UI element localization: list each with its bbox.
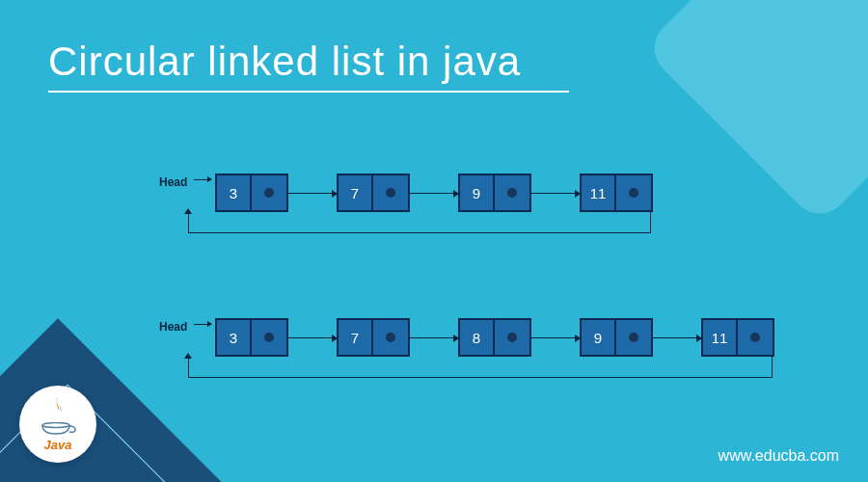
arrow-icon [288,337,337,338]
node-value: 9 [460,175,495,210]
node-value: 7 [339,175,373,210]
node: 7 [337,174,410,212]
node-pointer [616,320,651,355]
node-pointer [252,175,286,210]
node-value: 3 [217,320,252,355]
java-cup-icon [39,422,77,436]
node: 3 [215,318,288,357]
arrow-icon [410,337,458,338]
head-label: Head [159,175,187,189]
node: 11 [580,174,653,212]
site-url: www.educba.com [719,447,839,465]
arrow-icon [410,193,458,194]
pointer-dot-icon [386,188,395,198]
head-label: Head [159,320,187,334]
node-value: 7 [339,320,373,355]
java-logo: Java [19,386,96,463]
linked-list-2: Head 3 7 8 9 11 [159,318,834,395]
pointer-dot-icon [507,333,517,342]
pointer-dot-icon [629,188,638,198]
diagram-area: Head 3 7 9 11 Head [159,174,834,463]
pointer-dot-icon [750,333,760,342]
node: 11 [701,318,774,357]
arrow-icon [531,337,580,338]
arrow-icon [288,193,337,194]
node-pointer [252,320,286,355]
node-value: 11 [582,175,616,210]
pointer-dot-icon [629,333,638,342]
node: 8 [458,318,531,357]
linked-list-1: Head 3 7 9 11 [159,174,834,251]
title-underline [48,91,569,93]
node: 9 [580,318,653,357]
node-pointer [616,175,651,210]
head-arrow-icon [194,324,211,325]
node-pointer [495,320,529,355]
node-pointer [373,175,408,210]
node-value: 8 [460,320,495,355]
node: 9 [458,174,531,212]
node: 7 [337,318,410,357]
arrow-icon [531,193,580,194]
node-value: 11 [703,320,738,355]
node-pointer [495,175,529,210]
pointer-dot-icon [386,333,395,342]
page-title: Circular linked list in java [48,39,569,85]
circular-loop-line [188,212,651,233]
java-steam-icon [43,397,72,422]
pointer-dot-icon [507,188,517,198]
pointer-dot-icon [264,333,274,342]
svg-point-0 [42,422,69,427]
pointer-dot-icon [264,188,274,198]
node-pointer [738,320,773,355]
node-value: 9 [582,320,616,355]
loop-arrow-up-icon [184,353,192,359]
arrow-icon [653,337,701,338]
circular-loop-line [188,357,773,378]
node-pointer [373,320,408,355]
loop-arrow-up-icon [184,208,192,214]
java-logo-text: Java [44,438,72,452]
nodes-row: 3 7 9 11 [215,174,653,212]
title-block: Circular linked list in java [48,39,569,93]
node-value: 3 [217,175,252,210]
nodes-row: 3 7 8 9 11 [215,318,774,357]
head-arrow-icon [194,179,211,180]
node: 3 [215,174,288,212]
